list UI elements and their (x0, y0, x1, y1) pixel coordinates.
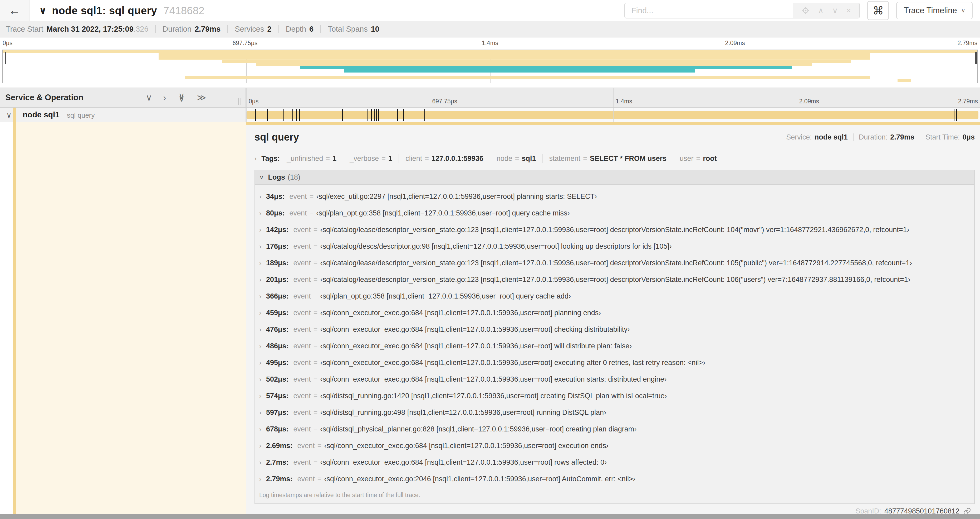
log-row[interactable]: ›176μs:event=‹sql/catalog/descs/descript… (259, 238, 974, 255)
log-row[interactable]: ›2.79ms:event=‹sql/conn_executor_exec.go… (259, 471, 974, 487)
log-row[interactable]: ›2.7ms:event=‹sql/conn_executor_exec.go:… (259, 454, 974, 471)
log-equals: = (313, 276, 318, 284)
chevron-right-icon[interactable]: › (259, 309, 261, 317)
chevron-right-icon[interactable]: › (259, 260, 261, 267)
trace-summary-bar: Trace StartMarch 31 2022, 17:25:09.326Du… (0, 21, 980, 37)
log-equals: = (313, 375, 318, 383)
log-row[interactable]: ›486μs:event=‹sql/conn_executor_exec.go:… (259, 338, 974, 355)
log-row[interactable]: ›80μs:event=‹sql/plan_opt.go:358 [nsql1,… (259, 205, 974, 222)
chevron-right-icon[interactable]: › (259, 426, 261, 433)
minimap-canvas[interactable] (2, 50, 978, 83)
link-icon[interactable] (963, 508, 971, 514)
locate-icon[interactable] (802, 6, 810, 14)
chevron-right-icon[interactable]: › (259, 393, 261, 400)
chevron-right-icon[interactable]: › (259, 243, 261, 250)
log-value: ‹sql/catalog/descs/descriptor.go:98 [nsq… (320, 242, 671, 251)
chevron-right-icon[interactable]: › (259, 459, 261, 466)
log-key: event (293, 392, 311, 400)
chevron-right-icon[interactable]: › (259, 359, 261, 367)
log-row[interactable]: ›189μs:event=‹sql/catalog/lease/descript… (259, 255, 974, 271)
minimap-tick-label: 2.09ms (725, 40, 745, 47)
chevron-right-icon[interactable]: › (259, 210, 261, 217)
log-row[interactable]: ›574μs:event=‹sql/distsql_running.go:142… (259, 388, 974, 404)
log-timestamp: 80μs: (266, 209, 285, 217)
minimap-span-bar (300, 66, 792, 69)
log-row[interactable]: ›597μs:event=‹sql/distsql_running.go:498… (259, 404, 974, 421)
chevron-right-icon[interactable]: › (259, 326, 261, 333)
service-name: node sql1 (23, 110, 59, 119)
log-value: ‹sql/distsql_running.go:1420 [nsql1,clie… (320, 392, 667, 400)
collapse-span-icon[interactable]: ∨ (6, 111, 11, 120)
chevron-right-icon[interactable]: › (259, 442, 261, 450)
log-timestamp: 366μs: (266, 292, 289, 300)
log-value: ‹sql/conn_executor_exec.go:684 [nsql1,cl… (320, 359, 705, 367)
log-row[interactable]: ›142μs:event=‹sql/catalog/lease/descript… (259, 222, 974, 238)
chevron-right-icon[interactable]: › (259, 293, 261, 300)
collapse-controls: ∨›∨∨≫ (146, 93, 206, 102)
timeline-tick-label: 697.75μs (432, 98, 457, 105)
find-input[interactable]: Find... (625, 3, 793, 18)
log-timestamp: 34μs: (266, 193, 285, 201)
command-icon: ⌘ (872, 4, 884, 17)
log-row[interactable]: ›34μs:event=‹sql/exec_util.go:2297 [nsql… (259, 188, 974, 205)
divider (343, 154, 343, 163)
span-row-node-sql1[interactable]: ∨ node sql1 sql query (0, 108, 246, 122)
tag-equals: = (583, 155, 587, 163)
chevron-right-icon[interactable]: › (255, 155, 256, 163)
log-row[interactable]: ›366μs:event=‹sql/plan_opt.go:358 [nsql1… (259, 288, 974, 305)
log-row[interactable]: ›476μs:event=‹sql/conn_executor_exec.go:… (259, 321, 974, 338)
log-equals: = (313, 326, 318, 334)
collapse-trace-icon[interactable]: ∨ (39, 5, 47, 16)
chevron-right-icon[interactable]: › (259, 376, 261, 383)
log-row[interactable]: ›201μs:event=‹sql/catalog/lease/descript… (259, 271, 974, 288)
find-prev-icon[interactable]: ∧ (818, 6, 824, 14)
tags-row[interactable]: › Tags: _unfinished=1_verbose=1client=12… (255, 154, 975, 163)
log-row[interactable]: ›459μs:event=‹sql/conn_executor_exec.go:… (259, 305, 974, 321)
logs-header[interactable]: ∨ Logs (18) (255, 170, 974, 185)
chevron-right-icon[interactable]: › (163, 93, 166, 102)
divider (399, 154, 399, 163)
chevron-right-icon[interactable]: › (259, 409, 261, 417)
log-value: ‹sql/conn_executor_exec.go:2046 [nsql1,c… (324, 475, 635, 483)
viewport-left-handle[interactable] (5, 52, 6, 64)
log-row[interactable]: ›678μs:event=‹sql/distsql_physical_plann… (259, 421, 974, 438)
log-timestamp: 597μs: (266, 409, 289, 417)
tag-value: 1 (332, 155, 336, 163)
log-row[interactable]: ›495μs:event=‹sql/conn_executor_exec.go:… (259, 355, 974, 371)
divider (542, 154, 543, 163)
log-key: event (293, 242, 311, 251)
chevron-right-icon[interactable]: › (259, 193, 261, 200)
timeline-ruler: 0μs697.75μs1.4ms2.09ms2.79ms (246, 88, 980, 108)
log-row[interactable]: ›2.69ms:event=‹sql/conn_executor_exec.go… (259, 438, 974, 454)
column-resizer-grip[interactable] (238, 98, 241, 105)
bottom-scroll-strip[interactable] (0, 514, 980, 519)
log-tick-mark (296, 109, 297, 121)
log-key: event (293, 276, 311, 284)
log-timestamp: 486μs: (266, 342, 289, 350)
back-button[interactable]: ← (0, 0, 30, 21)
viewport-right-handle[interactable] (975, 52, 977, 64)
chevron-right-icon[interactable]: › (259, 276, 261, 284)
log-equals: = (313, 342, 318, 350)
span-duration-bar[interactable] (247, 111, 978, 119)
chevron-down-icon[interactable]: ∨ (146, 93, 152, 102)
log-row[interactable]: ›502μs:event=‹sql/conn_executor_exec.go:… (259, 371, 974, 388)
detail-left-column (0, 122, 246, 514)
double-chevron-right-icon[interactable]: ≫ (197, 93, 206, 102)
chevron-right-icon[interactable]: › (259, 226, 261, 234)
tags-label[interactable]: Tags: (261, 155, 280, 163)
double-chevron-down-icon[interactable]: ∨∨ (177, 93, 186, 102)
chevron-right-icon[interactable]: › (259, 476, 261, 483)
span-id-value: 4877749850101760812 (885, 507, 959, 514)
tag-equals: = (515, 155, 519, 163)
log-equals: = (313, 309, 318, 317)
find-clear-icon[interactable]: × (846, 6, 851, 14)
view-options-dropdown[interactable]: Trace Timeline ∨ (896, 2, 973, 19)
tag-equals: = (696, 155, 700, 163)
keyboard-shortcuts-button[interactable]: ⌘ (867, 1, 889, 20)
log-tick-mark (371, 109, 372, 121)
timeline-gridline (797, 108, 797, 122)
find-next-icon[interactable]: ∨ (832, 6, 838, 14)
divider (278, 25, 279, 33)
chevron-right-icon[interactable]: › (259, 343, 261, 350)
